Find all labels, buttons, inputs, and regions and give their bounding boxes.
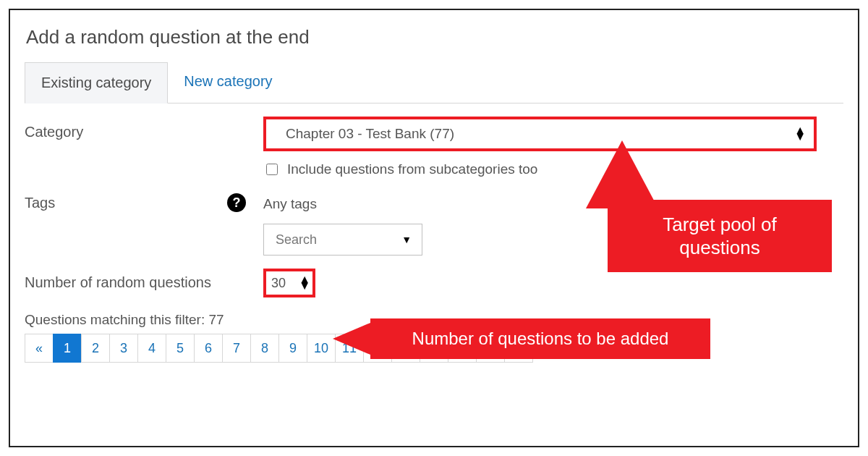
page-2[interactable]: 2 xyxy=(81,334,110,363)
annotation-target-pool: Target pool of questions xyxy=(608,200,832,272)
page-6[interactable]: 6 xyxy=(194,334,223,363)
page-9[interactable]: 9 xyxy=(278,334,307,363)
numrand-row: Number of random questions 30 ▲▼ xyxy=(25,269,843,297)
page-4[interactable]: 4 xyxy=(137,334,166,363)
numrand-select[interactable]: 30 ▲▼ xyxy=(263,269,315,297)
page-10[interactable]: 10 xyxy=(307,334,336,363)
page-5[interactable]: 5 xyxy=(166,334,195,363)
tab-new-category[interactable]: New category xyxy=(168,62,288,103)
tags-search-select[interactable]: Search ▼ xyxy=(263,224,422,256)
tags-search-placeholder: Search xyxy=(276,232,317,248)
category-row: Category Chapter 03 - Test Bank (77) ▲▼ … xyxy=(25,117,843,177)
numrand-label: Number of random questions xyxy=(25,269,263,291)
svg-marker-0 xyxy=(586,140,658,208)
category-tabs: Existing category New category xyxy=(25,62,843,104)
include-subcategories-checkbox[interactable]: Include questions from subcategories too xyxy=(263,161,843,177)
page-1[interactable]: 1 xyxy=(53,334,82,363)
page-7[interactable]: 7 xyxy=(222,334,251,363)
sort-icon: ▲▼ xyxy=(794,127,806,140)
page-«[interactable]: « xyxy=(25,334,54,363)
chevron-down-icon: ▼ xyxy=(401,234,412,245)
category-select[interactable]: Chapter 03 - Test Bank (77) ▲▼ xyxy=(263,117,817,151)
include-subcategories-input[interactable] xyxy=(266,164,278,175)
tags-label: Tags xyxy=(25,195,55,211)
page-3[interactable]: 3 xyxy=(109,334,138,363)
include-subcategories-label: Include questions from subcategories too xyxy=(287,161,537,177)
numrand-field: 30 ▲▼ xyxy=(263,269,843,297)
annotation-number-questions: Number of questions to be added xyxy=(370,318,710,359)
page-8[interactable]: 8 xyxy=(250,334,279,363)
category-select-value: Chapter 03 - Test Bank (77) xyxy=(286,126,454,142)
category-label: Category xyxy=(25,117,263,140)
numrand-value: 30 xyxy=(271,276,286,291)
help-icon[interactable]: ? xyxy=(227,193,246,212)
tab-existing-category[interactable]: Existing category xyxy=(25,62,168,104)
dialog-title: Add a random question at the end xyxy=(26,26,843,48)
category-field: Chapter 03 - Test Bank (77) ▲▼ Include q… xyxy=(263,117,843,177)
tags-label-wrap: Tags ? xyxy=(25,190,263,212)
sort-icon: ▲▼ xyxy=(299,276,310,290)
